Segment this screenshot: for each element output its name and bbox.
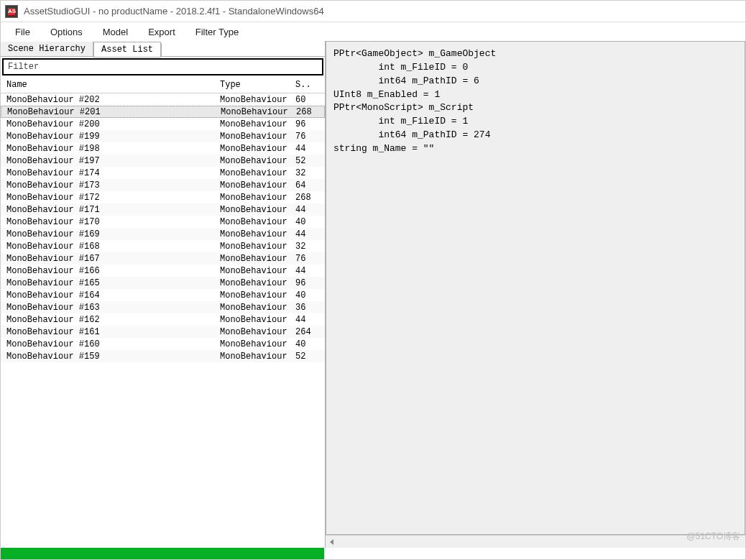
table-row[interactable]: MonoBehaviour #159MonoBehaviour52 [1,350,325,362]
cell-size: 268 [296,107,318,117]
left-pane: Scene Hierarchy Asset List Filter Name T… [1,41,326,548]
cell-type: MonoBehaviour [220,327,295,337]
table-row[interactable]: MonoBehaviour #171MonoBehaviour44 [1,203,325,216]
table-row[interactable]: MonoBehaviour #166MonoBehaviour44 [1,265,325,277]
cell-type: MonoBehaviour [220,95,295,105]
menubar: File Options Model Export Filter Type [1,22,745,41]
table-row[interactable]: MonoBehaviour #201MonoBehaviour268 [1,106,325,118]
cell-name: MonoBehaviour #172 [1,193,220,203]
cell-name: MonoBehaviour #159 [1,352,220,362]
table-row[interactable]: MonoBehaviour #165MonoBehaviour96 [1,277,325,289]
cell-size: 76 [295,132,317,142]
cell-name: MonoBehaviour #167 [1,254,220,264]
cell-size: 32 [295,168,317,178]
cell-size: 44 [295,266,317,276]
horizontal-scrollbar[interactable] [326,535,745,548]
table-row[interactable]: MonoBehaviour #173MonoBehaviour64 [1,179,325,191]
table-row[interactable]: MonoBehaviour #199MonoBehaviour76 [1,130,325,142]
cell-type: MonoBehaviour [220,168,295,178]
table-row[interactable]: MonoBehaviour #161MonoBehaviour264 [1,326,325,338]
scroll-left-button[interactable] [326,536,337,548]
cell-type: MonoBehaviour [220,193,295,203]
cell-type: MonoBehaviour [220,205,295,215]
cell-name: MonoBehaviour #202 [1,95,220,105]
cell-size: 64 [295,180,317,191]
cell-name: MonoBehaviour #168 [1,242,220,252]
table-row[interactable]: MonoBehaviour #169MonoBehaviour44 [1,228,325,240]
cell-size: 40 [295,217,317,227]
cell-size: 44 [295,315,317,325]
cell-type: MonoBehaviour [220,303,295,313]
cell-type: MonoBehaviour [221,107,296,117]
table-row[interactable]: MonoBehaviour #198MonoBehaviour44 [1,142,325,155]
cell-name: MonoBehaviour #165 [1,278,220,288]
progress-bar [1,548,324,559]
table-row[interactable]: MonoBehaviour #200MonoBehaviour96 [1,118,325,130]
cell-type: MonoBehaviour [220,278,295,288]
cell-size: 44 [295,229,317,239]
tab-strip: Scene Hierarchy Asset List [1,41,325,57]
main-area: Scene Hierarchy Asset List Filter Name T… [1,41,745,548]
cell-size: 60 [295,95,317,105]
statusbar [1,548,745,559]
cell-type: MonoBehaviour [220,144,295,154]
table-row[interactable]: MonoBehaviour #163MonoBehaviour36 [1,301,325,313]
inspector-text[interactable]: PPtr<GameObject> m_GameObject int m_File… [326,41,745,535]
menu-model[interactable]: Model [94,24,137,40]
right-pane: PPtr<GameObject> m_GameObject int m_File… [326,41,745,548]
table-row[interactable]: MonoBehaviour #168MonoBehaviour32 [1,240,325,252]
cell-size: 264 [295,327,317,337]
cell-name: MonoBehaviour #200 [1,119,220,129]
cell-name: MonoBehaviour #164 [1,290,220,300]
table-row[interactable]: MonoBehaviour #174MonoBehaviour32 [1,167,325,179]
cell-name: MonoBehaviour #163 [1,303,220,313]
cell-name: MonoBehaviour #160 [1,339,220,349]
tab-asset-list[interactable]: Asset List [93,42,161,58]
column-header-name[interactable]: Name [1,80,220,90]
table-row[interactable]: MonoBehaviour #197MonoBehaviour52 [1,155,325,167]
table-row[interactable]: MonoBehaviour #170MonoBehaviour40 [1,216,325,228]
menu-export[interactable]: Export [139,24,184,40]
menu-file[interactable]: File [6,24,39,40]
titlebar: AS AssetStudioGUI - no productName - 201… [1,1,745,22]
table-row[interactable]: MonoBehaviour #162MonoBehaviour44 [1,313,325,326]
cell-name: MonoBehaviour #199 [1,132,220,142]
table-row[interactable]: MonoBehaviour #164MonoBehaviour40 [1,289,325,301]
cell-name: MonoBehaviour #162 [1,315,220,325]
cell-type: MonoBehaviour [220,180,295,191]
table-row[interactable]: MonoBehaviour #167MonoBehaviour76 [1,252,325,265]
cell-size: 52 [295,156,317,166]
menu-options[interactable]: Options [42,24,91,40]
cell-size: 44 [295,205,317,215]
column-header-type[interactable]: Type [220,80,295,90]
cell-name: MonoBehaviour #201 [1,107,221,117]
column-header-size[interactable]: S.. [295,80,317,90]
cell-size: 40 [295,290,317,300]
cell-size: 96 [295,278,317,288]
table-row[interactable]: MonoBehaviour #172MonoBehaviour268 [1,191,325,203]
cell-type: MonoBehaviour [220,156,295,166]
list-header: Name Type S.. [1,77,325,93]
cell-type: MonoBehaviour [220,266,295,276]
table-row[interactable]: MonoBehaviour #202MonoBehaviour60 [1,93,325,106]
asset-list[interactable]: MonoBehaviour #202MonoBehaviour60MonoBeh… [1,93,325,548]
cell-size: 44 [295,144,317,154]
cell-type: MonoBehaviour [220,254,295,264]
window-title: AssetStudioGUI - no productName - 2018.2… [24,6,324,17]
chevron-left-icon [330,539,333,545]
cell-type: MonoBehaviour [220,217,295,227]
cell-size: 76 [295,254,317,264]
app-icon: AS [5,5,18,18]
cell-size: 32 [295,242,317,252]
cell-size: 96 [295,119,317,129]
cell-name: MonoBehaviour #197 [1,156,220,166]
tab-scene-hierarchy[interactable]: Scene Hierarchy [1,42,93,57]
cell-type: MonoBehaviour [220,242,295,252]
cell-type: MonoBehaviour [220,352,295,362]
menu-filter-type[interactable]: Filter Type [187,24,247,40]
cell-size: 268 [295,193,317,203]
cell-size: 40 [295,339,317,349]
table-row[interactable]: MonoBehaviour #160MonoBehaviour40 [1,338,325,350]
watermark: @51CTO博客 [686,531,740,543]
filter-input[interactable]: Filter [2,58,323,75]
